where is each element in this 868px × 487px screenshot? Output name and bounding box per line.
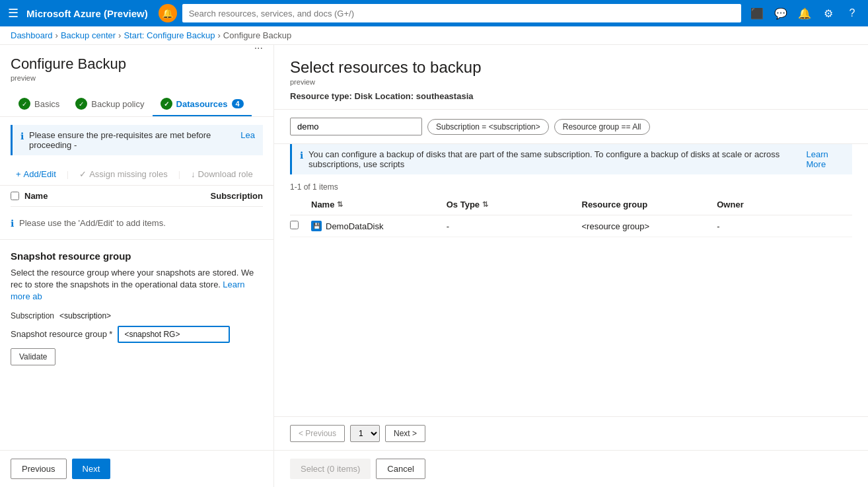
owner-col-header[interactable]: Owner — [717, 200, 852, 209]
tabs-bar: ✓ Basics ✓ Backup policy ✓ Datasources 4 — [0, 87, 273, 117]
terminal-icon[interactable]: ⬛ — [746, 3, 768, 24]
select-all-col — [290, 200, 311, 209]
tab-datasources[interactable]: ✓ Datasources 4 — [153, 93, 252, 116]
resource-group-cell: <resource group> — [582, 221, 717, 231]
check-icon: ✓ — [79, 169, 87, 179]
right-panel-footer: Select (0 items) Cancel — [274, 450, 868, 487]
add-edit-button[interactable]: + Add/Edit — [11, 166, 61, 182]
page-title: Configure Backup — [11, 56, 263, 73]
os-type-col-header[interactable]: Os Type ⇅ — [447, 200, 582, 209]
breadcrumb-sep-1: › — [55, 30, 58, 40]
resource-table: Name ⇅ Os Type ⇅ Resource group Owner — [274, 194, 868, 416]
results-count: 1-1 of 1 items — [274, 180, 868, 194]
toolbar-sep-2: | — [178, 169, 180, 179]
feedback-icon[interactable]: 💬 — [770, 3, 791, 24]
breadcrumb-configure[interactable]: Start: Configure Backup — [124, 30, 215, 40]
filter-bar: Subscription = <subscription> Resource g… — [274, 110, 868, 144]
name-col-header[interactable]: Name ⇅ — [311, 200, 447, 209]
subscription-row: Subscription <subscription> — [11, 311, 263, 320]
learn-more-scripts-link[interactable]: Learn More — [807, 149, 845, 169]
snapshot-rg-input[interactable] — [118, 326, 230, 343]
snapshot-rg-row: Snapshot resource group * — [11, 326, 263, 343]
left-info-banner: ℹ Please ensure the pre-requisites are m… — [11, 125, 263, 155]
breadcrumb-backup-center[interactable]: Backup center — [61, 30, 116, 40]
left-panel-header: ··· Configure Backup preview — [0, 45, 273, 87]
download-button[interactable]: ↓ Download role — [186, 166, 258, 182]
snapshot-desc: Select the resource group where your sna… — [11, 267, 263, 303]
empty-message: Please use the 'Add/Edit' to add items. — [19, 218, 166, 228]
datasources-badge: 4 — [232, 99, 244, 108]
os-sort-icon[interactable]: ⇅ — [482, 200, 488, 209]
toolbar-sep-1: | — [67, 169, 69, 179]
name-sort-icon[interactable]: ⇅ — [337, 200, 343, 209]
filter-input[interactable] — [290, 118, 422, 135]
topbar-icons: ⬛ 💬 🔔 ⚙ ? — [746, 3, 863, 24]
snapshot-section: Snapshot resource group Select the resou… — [0, 239, 273, 376]
breadcrumb-dashboard[interactable]: Dashboard — [11, 30, 53, 40]
notification-icon-circle: 🔔 — [159, 4, 177, 22]
disk-icon: 💾 — [311, 221, 322, 231]
subscription-filter-pill[interactable]: Subscription = <subscription> — [427, 119, 549, 135]
owner-cell: - — [717, 221, 852, 231]
name-column-header: Name — [24, 191, 141, 201]
pagination: < Previous 1 Next > — [274, 416, 868, 450]
resource-group-col-header[interactable]: Resource group — [582, 200, 717, 209]
empty-info-icon: ℹ — [11, 218, 14, 229]
hamburger-icon[interactable]: ☰ — [5, 3, 21, 23]
resource-group-filter-pill[interactable]: Resource group == All — [554, 119, 650, 135]
resource-type-row: Resource type: Disk Location: southeasta… — [290, 91, 852, 101]
bell-icon[interactable]: 🔔 — [794, 3, 815, 24]
subscription-column-header: Subscription — [147, 191, 264, 201]
tab-datasources-label: Datasources — [176, 99, 228, 109]
resource-table-header: Name ⇅ Os Type ⇅ Resource group Owner — [290, 194, 852, 215]
validate-button[interactable]: Validate — [11, 348, 55, 365]
left-table: Name Subscription ℹ Please use the 'Add/… — [0, 186, 273, 239]
datasources-check-icon: ✓ — [161, 98, 172, 110]
right-info-banner: ℹ You can configure a backup of disks th… — [290, 144, 852, 174]
subscription-value: <subscription> — [59, 311, 111, 320]
select-all-checkbox[interactable] — [11, 192, 19, 200]
row-checkbox-col — [290, 221, 311, 231]
assign-roles-button[interactable]: ✓ Assign missing roles — [74, 166, 173, 182]
page-subtitle: preview — [11, 74, 263, 82]
tab-basics-label: Basics — [34, 99, 59, 109]
breadcrumb: Dashboard › Backup center › Start: Confi… — [0, 26, 868, 45]
right-subtitle: preview — [290, 78, 852, 86]
select-items-button: Select (0 items) — [290, 459, 371, 479]
settings-icon[interactable]: ⚙ — [818, 3, 839, 24]
next-page-button[interactable]: Next > — [385, 425, 425, 442]
main-area: ··· Configure Backup preview ✓ Basics ✓ … — [0, 45, 868, 487]
left-panel-footer: Previous Next — [0, 450, 273, 487]
download-icon: ↓ — [191, 169, 196, 179]
snapshot-title: Snapshot resource group — [11, 250, 263, 262]
plus-icon: + — [16, 169, 21, 179]
basics-check-icon: ✓ — [18, 98, 30, 110]
help-icon[interactable]: ? — [842, 3, 863, 24]
tab-backup-policy[interactable]: ✓ Backup policy — [67, 93, 152, 116]
right-panel: Select resources to backup preview Resou… — [274, 45, 868, 487]
search-input[interactable] — [182, 4, 741, 22]
policy-check-icon: ✓ — [75, 98, 87, 110]
required-star: * — [109, 329, 112, 339]
table-row: 💾 DemoDataDisk - <resource group> - — [290, 215, 852, 237]
next-button[interactable]: Next — [72, 459, 111, 479]
empty-state: ℹ Please use the 'Add/Edit' to add items… — [11, 207, 263, 239]
left-info-link[interactable]: Lea — [240, 130, 255, 140]
cancel-button[interactable]: Cancel — [376, 459, 425, 479]
more-options-icon[interactable]: ··· — [254, 45, 263, 54]
tab-basics[interactable]: ✓ Basics — [11, 93, 67, 116]
previous-button[interactable]: Previous — [11, 459, 67, 479]
page-select[interactable]: 1 — [350, 425, 380, 442]
tab-policy-label: Backup policy — [91, 99, 144, 109]
row-checkbox[interactable] — [290, 221, 299, 229]
breadcrumb-sep-3: › — [217, 30, 220, 40]
left-toolbar: + Add/Edit | ✓ Assign missing roles | ↓ … — [0, 163, 273, 186]
resource-type-value: Disk — [355, 91, 373, 101]
left-info-icon: ℹ — [20, 131, 24, 141]
right-info-icon: ℹ — [300, 150, 303, 161]
os-type-cell: - — [447, 221, 582, 231]
right-info-text: You can configure a backup of disks that… — [308, 149, 801, 169]
previous-page-button[interactable]: < Previous — [290, 425, 345, 442]
breadcrumb-current: Configure Backup — [223, 30, 291, 40]
left-panel: ··· Configure Backup preview ✓ Basics ✓ … — [0, 45, 274, 487]
